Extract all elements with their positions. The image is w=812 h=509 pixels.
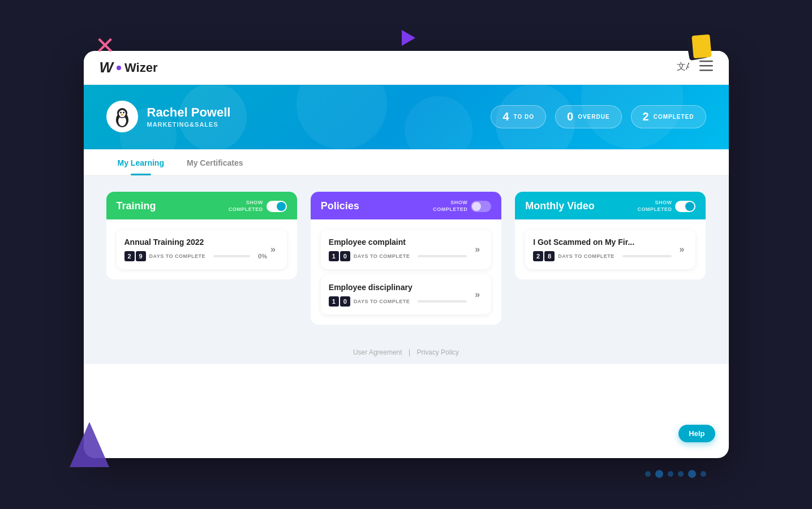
training-section: Training SHOWCOMPLETED Annual Training 2… — [106, 192, 297, 279]
svg-point-14 — [121, 114, 123, 116]
logo-dot — [117, 66, 121, 70]
deco-bookmark-icon — [684, 34, 718, 70]
avatar — [106, 101, 138, 132]
policies-item-complaint[interactable]: Employee complaint 1 0 DAYS TO COMPLETE — [321, 230, 491, 269]
policies-complaint-chevron[interactable]: » — [471, 242, 483, 257]
training-item-annual-meta: 2 9 DAYS TO COMPLETE 0% — [124, 251, 267, 261]
stat-completed-num: 2 — [643, 110, 649, 123]
privacy-policy-link[interactable]: Privacy Policy — [416, 348, 459, 356]
monthly-item-scammed[interactable]: I Got Scammed on My Fir... 2 8 DAYS TO C… — [525, 230, 695, 269]
monthly-scammed-days-label: DAYS TO COMPLETE — [558, 253, 615, 259]
training-item-annual-days: 2 9 — [124, 251, 146, 261]
policies-item-disciplinary[interactable]: Employee disciplinary 1 0 DAYS TO COMPLE… — [321, 275, 491, 314]
day-num-0b: 0 — [340, 296, 350, 307]
training-item-annual-left: Annual Training 2022 2 9 DAYS TO COMPLET… — [124, 238, 267, 261]
monthly-scammed-chevron[interactable]: » — [676, 242, 688, 257]
svg-rect-1 — [691, 34, 711, 59]
app-header: W Wizer 文A — [84, 51, 729, 85]
stat-overdue-num: 0 — [567, 110, 573, 123]
help-button[interactable]: Help — [678, 425, 715, 442]
monthly-video-section: Monthly Video SHOWCOMPLETED I Got Scamme… — [515, 192, 706, 279]
training-item-annual-title: Annual Training 2022 — [124, 238, 267, 247]
svg-marker-2 — [70, 422, 109, 467]
policies-item-disciplinary-title: Employee disciplinary — [329, 283, 471, 292]
user-department: MARKETING&SALES — [147, 121, 231, 128]
tab-my-certificates[interactable]: My Certificates — [175, 149, 255, 175]
stat-todo-label: TO DO — [514, 114, 534, 120]
policies-disciplinary-chevron[interactable]: » — [471, 287, 483, 302]
policies-toggle-knob — [472, 202, 481, 211]
policies-item-disciplinary-meta: 1 0 DAYS TO COMPLETE — [329, 296, 471, 307]
policies-complaint-days-label: DAYS TO COMPLETE — [354, 253, 410, 259]
monthly-body: I Got Scammed on My Fir... 2 8 DAYS TO C… — [515, 219, 706, 279]
policies-header: Policies SHOWCOMPLETED — [311, 192, 501, 219]
monthly-item-scammed-meta: 2 8 DAYS TO COMPLETE — [533, 251, 676, 261]
stat-overdue-label: OVERDUE — [578, 114, 609, 120]
stats-row: 4 TO DO 0 OVERDUE 2 COMPLETED — [491, 105, 706, 128]
day-num-2: 2 — [124, 251, 135, 261]
stat-completed: 2 COMPLETED — [631, 105, 706, 128]
day-num-1b: 1 — [329, 296, 339, 307]
deco-dots — [645, 470, 706, 478]
user-agreement-link[interactable]: User Agreement — [353, 348, 402, 356]
user-details: Rachel Powell MARKETING&SALES — [147, 105, 231, 128]
browser-card: W Wizer 文A — [84, 51, 729, 458]
logo: W Wizer — [100, 59, 158, 76]
training-title: Training — [117, 200, 156, 212]
tabs-bar: My Learning My Certificates — [84, 149, 729, 176]
training-item-annual[interactable]: Annual Training 2022 2 9 DAYS TO COMPLET… — [117, 230, 287, 269]
monthly-show-completed: SHOWCOMPLETED — [637, 200, 695, 213]
deco-cross-icon: ✕ — [95, 34, 115, 58]
monthly-item-scammed-title: I Got Scammed on My Fir... — [533, 238, 676, 247]
policies-item-complaint-meta: 1 0 DAYS TO COMPLETE — [329, 251, 471, 261]
footer: User Agreement | Privacy Policy — [84, 340, 729, 364]
tab-my-learning[interactable]: My Learning — [106, 149, 175, 175]
stat-overdue: 0 OVERDUE — [555, 105, 622, 128]
policies-item-disciplinary-left: Employee disciplinary 1 0 DAYS TO COMPLE… — [329, 283, 471, 307]
training-header: Training SHOWCOMPLETED — [106, 192, 297, 219]
stat-todo: 4 TO DO — [491, 105, 546, 128]
policies-show-completed: SHOWCOMPLETED — [433, 200, 491, 213]
day-num-8: 8 — [544, 251, 555, 261]
user-info: Rachel Powell MARKETING&SALES — [106, 101, 231, 132]
monthly-scammed-days: 2 8 — [533, 251, 555, 261]
policies-section: Policies SHOWCOMPLETED Employee complain… — [311, 192, 501, 325]
training-progress-pct: 0% — [258, 253, 267, 260]
policies-title: Policies — [321, 200, 359, 212]
svg-point-13 — [123, 112, 124, 114]
monthly-show-label: SHOWCOMPLETED — [637, 200, 672, 213]
footer-separator: | — [409, 348, 410, 356]
policies-show-label: SHOWCOMPLETED — [433, 200, 467, 213]
training-toggle-knob — [277, 202, 286, 211]
training-toggle[interactable] — [267, 201, 287, 212]
day-num-2b: 2 — [533, 251, 543, 261]
user-name: Rachel Powell — [147, 105, 231, 120]
policies-body: Employee complaint 1 0 DAYS TO COMPLETE — [311, 219, 501, 325]
policies-toggle[interactable] — [471, 201, 491, 212]
stat-todo-num: 4 — [502, 110, 509, 123]
policies-disciplinary-days: 1 0 — [329, 296, 350, 307]
svg-point-11 — [119, 110, 126, 118]
day-num-1a: 1 — [329, 251, 339, 261]
policies-complaint-progress — [418, 255, 467, 257]
training-days-label: DAYS TO COMPLETE — [149, 253, 206, 259]
monthly-header: Monthly Video SHOWCOMPLETED — [515, 192, 706, 219]
deco-play-top-icon — [394, 25, 419, 53]
training-body: Annual Training 2022 2 9 DAYS TO COMPLET… — [106, 219, 297, 279]
training-progress-bar — [213, 255, 250, 257]
user-banner: Rachel Powell MARKETING&SALES 4 TO DO 0 … — [84, 85, 729, 149]
policies-item-complaint-left: Employee complaint 1 0 DAYS TO COMPLETE — [329, 238, 471, 261]
policies-complaint-days: 1 0 — [329, 251, 350, 261]
training-show-completed: SHOWCOMPLETED — [229, 200, 287, 213]
policies-disciplinary-progress — [418, 300, 467, 303]
policies-item-complaint-title: Employee complaint — [329, 238, 471, 247]
deco-triangle-icon — [70, 422, 109, 469]
logo-text: W — [100, 59, 114, 76]
monthly-toggle[interactable] — [675, 201, 695, 212]
day-num-9: 9 — [136, 251, 146, 261]
stat-completed-label: COMPLETED — [654, 114, 694, 120]
main-content: Training SHOWCOMPLETED Annual Training 2… — [84, 176, 729, 340]
day-num-0a: 0 — [340, 251, 350, 261]
training-item-chevron[interactable]: » — [267, 242, 279, 257]
monthly-scammed-progress — [622, 255, 672, 257]
